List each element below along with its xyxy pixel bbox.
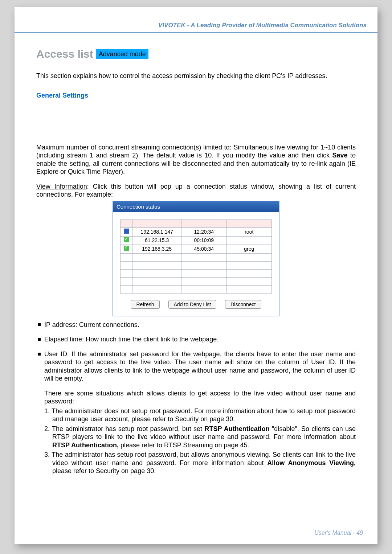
ip-cell: 192.168.1.147 xyxy=(132,228,181,237)
elapsed-cell: 45:00:34 xyxy=(181,245,226,254)
document-page: VIVOTEK - A Leading Provider of Multimed… xyxy=(15,7,377,544)
list-item: Elapsed time: How much time the client l… xyxy=(36,335,356,344)
square-blue-icon xyxy=(124,229,129,234)
table-row[interactable]: 192.168.1.147 12:20:34 root xyxy=(121,228,272,237)
square-green-check-icon xyxy=(124,246,129,251)
col-user xyxy=(226,220,272,228)
popup-body: 192.168.1.147 12:20:34 root 61.22.15.3 0… xyxy=(113,212,279,316)
table-row xyxy=(121,285,272,293)
table-row xyxy=(121,269,272,277)
status-icon xyxy=(121,228,132,237)
view-info-underline: View Information xyxy=(36,183,87,190)
table-row[interactable]: 61.22.15.3 00:10:09 xyxy=(121,236,272,245)
table-row[interactable]: 192.168.3.25 45:00:34 greg xyxy=(121,245,272,254)
status-icon xyxy=(121,245,132,254)
col-ip xyxy=(132,220,181,228)
col-icon xyxy=(121,220,132,228)
title-row: Access list Advanced mode xyxy=(36,47,148,61)
max-conn-underline: Maximum number of concurrent streaming c… xyxy=(36,144,230,151)
status-icon xyxy=(121,236,132,245)
ip-cell: 61.22.15.3 xyxy=(132,236,181,245)
square-green-check-icon xyxy=(124,237,129,242)
intro-paragraph: This section explains how to control the… xyxy=(36,72,356,80)
content-area: Access list Advanced mode This section e… xyxy=(15,33,377,492)
table-row xyxy=(121,261,272,269)
connection-status-popup: Connection status xyxy=(113,201,279,316)
table-header-row xyxy=(121,220,272,228)
popup-wrapper: Connection status xyxy=(36,201,356,316)
table-row xyxy=(121,253,272,261)
general-settings-heading: General Settings xyxy=(36,91,356,100)
situation-item: 3. The administrator has setup root pass… xyxy=(44,451,356,475)
header-tagline: VIVOTEK - A Leading Provider of Multimed… xyxy=(15,7,377,32)
situation-item: 2. The administrator has setup root pass… xyxy=(44,425,356,450)
header-band: VIVOTEK - A Leading Provider of Multimed… xyxy=(15,7,377,33)
elapsed-cell: 00:10:09 xyxy=(181,236,226,245)
user-cell: root xyxy=(226,228,272,237)
view-info-paragraph: View Information: Click this button will… xyxy=(36,182,356,199)
page-title: Access list xyxy=(36,47,93,61)
max-connections-paragraph: Maximum number of concurrent streaming c… xyxy=(36,143,356,176)
situations-intro: There are some situations which allows c… xyxy=(44,390,356,405)
table-row xyxy=(121,277,272,285)
list-item: User ID: If the administrator set passwo… xyxy=(36,350,356,475)
connection-table: 192.168.1.147 12:20:34 root 61.22.15.3 0… xyxy=(120,219,272,294)
ip-cell: 192.168.3.25 xyxy=(132,245,181,254)
col-elapsed xyxy=(181,220,226,228)
advanced-mode-badge: Advanced mode xyxy=(96,49,148,59)
elapsed-cell: 12:20:34 xyxy=(181,228,226,237)
page-footer: User's Manual - 49 xyxy=(314,530,363,536)
save-keyword: Save xyxy=(332,152,348,159)
situation-item: 1. The administrator does not setup root… xyxy=(44,407,356,423)
definition-list: IP address: Current connections. Elapsed… xyxy=(36,321,356,475)
popup-titlebar: Connection status xyxy=(113,201,279,213)
user-cell: greg xyxy=(226,245,272,254)
popup-button-row: Refresh Add to Deny List Disconnect xyxy=(120,300,272,309)
user-cell xyxy=(226,236,272,245)
list-item: IP address: Current connections. xyxy=(36,321,356,329)
add-to-deny-list-button[interactable]: Add to Deny List xyxy=(168,300,217,309)
disconnect-button[interactable]: Disconnect xyxy=(225,300,261,309)
refresh-button[interactable]: Refresh xyxy=(131,300,159,309)
